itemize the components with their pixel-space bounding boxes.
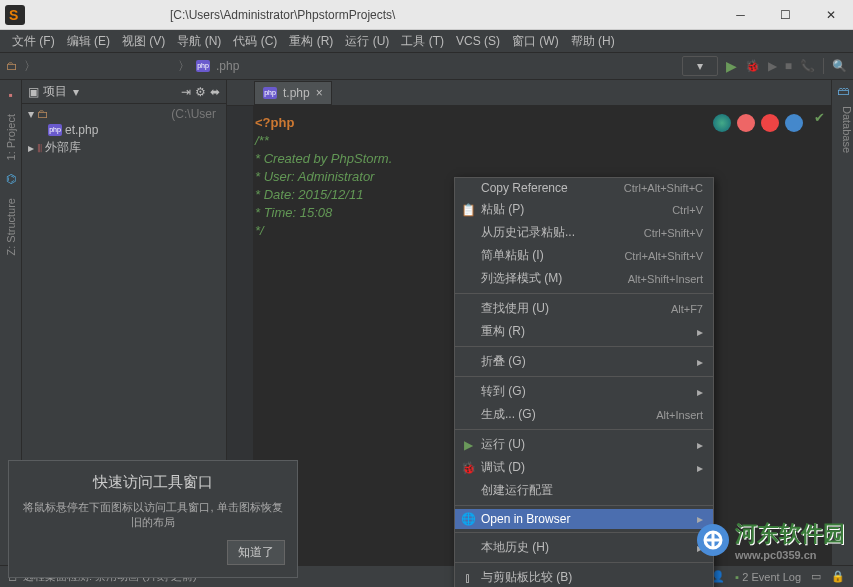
ctx-create-run-config[interactable]: 创建运行配置 xyxy=(455,479,713,502)
menu-refactor[interactable]: 重构 (R) xyxy=(283,31,339,52)
minimize-button[interactable]: ─ xyxy=(718,0,763,29)
firefox-icon[interactable] xyxy=(737,114,755,132)
gear-icon[interactable]: ⚙ xyxy=(195,85,206,99)
tree-project-root[interactable]: ▾ 🗀 (C:\User xyxy=(26,106,222,122)
close-button[interactable]: ✕ xyxy=(808,0,853,29)
menu-view[interactable]: 视图 (V) xyxy=(116,31,171,52)
tree-external-libs[interactable]: ▸ ⫴ 外部库 xyxy=(26,138,222,157)
ctx-paste[interactable]: 📋粘贴 (P)Ctrl+V xyxy=(455,198,713,221)
tip-title: 快速访问工具窗口 xyxy=(21,473,285,492)
ie-icon[interactable] xyxy=(785,114,803,132)
run-config-dropdown[interactable]: ▾ xyxy=(682,56,718,76)
ctx-refactor[interactable]: 重构 (R)▸ xyxy=(455,320,713,343)
svg-text:S: S xyxy=(9,7,18,23)
stop-button[interactable]: ■ xyxy=(785,59,792,73)
database-tool-tab[interactable]: Database xyxy=(832,98,853,153)
search-button[interactable]: 🔍 xyxy=(832,59,847,73)
structure-tool-icon[interactable]: ⌬ xyxy=(6,172,16,186)
folder-icon: 🗀 xyxy=(6,59,18,73)
project-title[interactable]: 项目 xyxy=(43,83,67,100)
menu-run[interactable]: 运行 (U) xyxy=(339,31,395,52)
navigation-bar: 🗀 〉 〉 php .php ▾ ▶ 🐞 ▶ ■ 📞 🔍 xyxy=(0,52,853,80)
close-tab-icon[interactable]: × xyxy=(316,86,323,100)
listen-button[interactable]: 📞 xyxy=(800,59,815,73)
ctx-local-history[interactable]: 本地历史 (H)▸ xyxy=(455,536,713,559)
ctx-compare-clipboard[interactable]: ⫿与剪贴板比较 (B) xyxy=(455,566,713,587)
menu-vcs[interactable]: VCS (S) xyxy=(450,32,506,50)
submenu-arrow-icon: ▸ xyxy=(697,355,703,369)
php-icon: php xyxy=(48,124,62,136)
tree-file[interactable]: php et.php xyxy=(26,122,222,138)
tip-got-it-button[interactable]: 知道了 xyxy=(227,540,285,565)
submenu-arrow-icon: ▸ xyxy=(697,438,703,452)
folder-icon: 🗀 xyxy=(37,107,49,121)
debug-button[interactable]: 🐞 xyxy=(745,59,760,73)
project-view-icon[interactable]: ▣ xyxy=(28,85,39,99)
menu-separator xyxy=(455,505,713,506)
ctx-paste-simple[interactable]: 简单粘贴 (I)Ctrl+Alt+Shift+V xyxy=(455,244,713,267)
event-log[interactable]: ▪ 2 Event Log xyxy=(735,571,801,583)
project-tool-tab[interactable]: 1: Project xyxy=(5,114,17,160)
debug-icon: 🐞 xyxy=(461,461,475,475)
submenu-arrow-icon: ▸ xyxy=(697,385,703,399)
expand-icon[interactable]: ▾ xyxy=(28,107,34,121)
menu-edit[interactable]: 编辑 (E) xyxy=(61,31,116,52)
menu-separator xyxy=(455,562,713,563)
watermark: 河东软件园 www.pc0359.cn xyxy=(695,519,845,561)
ctx-find-usages[interactable]: 查找使用 (U)Alt+F7 xyxy=(455,297,713,320)
editor-tabs: php t.php × xyxy=(227,80,831,106)
menu-separator xyxy=(455,532,713,533)
maximize-button[interactable]: ☐ xyxy=(763,0,808,29)
opera-icon[interactable] xyxy=(761,114,779,132)
submenu-arrow-icon: ▸ xyxy=(697,461,703,475)
ctx-debug[interactable]: 🐞调试 (D)▸ xyxy=(455,456,713,479)
ctx-generate[interactable]: 生成... (G)Alt+Insert xyxy=(455,403,713,426)
menu-separator xyxy=(455,429,713,430)
breadcrumb-separator: 〉 xyxy=(24,58,36,75)
browser-icons xyxy=(713,114,803,132)
menu-file[interactable]: 文件 (F) xyxy=(6,31,61,52)
menu-bar: 文件 (F) 编辑 (E) 视图 (V) 导航 (N) 代码 (C) 重构 (R… xyxy=(0,30,853,52)
title-bar: S [C:\Users\Administrator\PhpstormProjec… xyxy=(0,0,853,30)
right-tool-strip: 🗃 Database xyxy=(831,80,853,565)
ctx-open-in-browser[interactable]: 🌐Open in Browser▸ xyxy=(455,509,713,529)
menu-navigate[interactable]: 导航 (N) xyxy=(171,31,227,52)
breadcrumb-separator: 〉 xyxy=(178,58,190,75)
globe-icon: 🌐 xyxy=(461,512,475,526)
ctx-goto[interactable]: 转到 (G)▸ xyxy=(455,380,713,403)
tip-popup: 快速访问工具窗口 将鼠标悬停在下面图标以访问工具窗口, 单击图标恢复旧的布局 知… xyxy=(8,460,298,578)
run-icon: ▶ xyxy=(461,438,475,452)
collapse-icon[interactable]: ⇥ xyxy=(181,85,191,99)
context-menu: Copy ReferenceCtrl+Alt+Shift+C 📋粘贴 (P)Ct… xyxy=(454,177,714,587)
lock-icon[interactable]: 🔒 xyxy=(831,570,845,583)
tip-body: 将鼠标悬停在下面图标以访问工具窗口, 单击图标恢复旧的布局 xyxy=(21,500,285,530)
submenu-arrow-icon: ▸ xyxy=(697,325,703,339)
ctx-folding[interactable]: 折叠 (G)▸ xyxy=(455,350,713,373)
ctx-copy-reference[interactable]: Copy ReferenceCtrl+Alt+Shift+C xyxy=(455,178,713,198)
diff-icon: ⫿ xyxy=(461,571,475,585)
project-tool-icon[interactable]: ▪ xyxy=(8,88,12,102)
hide-icon[interactable]: ⬌ xyxy=(210,85,220,99)
dropdown-icon[interactable]: ▾ xyxy=(73,85,79,99)
editor-tab[interactable]: php t.php × xyxy=(254,81,332,105)
expand-icon[interactable]: ▸ xyxy=(28,141,34,155)
inspection-ok-icon[interactable]: ✔ xyxy=(814,110,825,125)
structure-tool-tab[interactable]: Z: Structure xyxy=(5,198,17,255)
database-tool-icon[interactable]: 🗃 xyxy=(832,80,853,98)
menu-help[interactable]: 帮助 (H) xyxy=(565,31,621,52)
ctx-run[interactable]: ▶运行 (U)▸ xyxy=(455,433,713,456)
menu-window[interactable]: 窗口 (W) xyxy=(506,31,565,52)
menu-separator xyxy=(455,376,713,377)
menu-separator xyxy=(455,293,713,294)
ctx-paste-history[interactable]: 从历史记录粘贴...Ctrl+Shift+V xyxy=(455,221,713,244)
run-button[interactable]: ▶ xyxy=(726,58,737,74)
menu-code[interactable]: 代码 (C) xyxy=(227,31,283,52)
memory-indicator[interactable]: ▭ xyxy=(811,570,821,583)
menu-tools[interactable]: 工具 (T) xyxy=(395,31,450,52)
chrome-icon[interactable] xyxy=(713,114,731,132)
coverage-button[interactable]: ▶ xyxy=(768,59,777,73)
breadcrumb-file[interactable]: .php xyxy=(216,59,239,73)
php-icon: php xyxy=(263,87,277,99)
ctx-column-select[interactable]: 列选择模式 (M)Alt+Shift+Insert xyxy=(455,267,713,290)
window-title: [C:\Users\Administrator\PhpstormProjects… xyxy=(30,8,718,22)
